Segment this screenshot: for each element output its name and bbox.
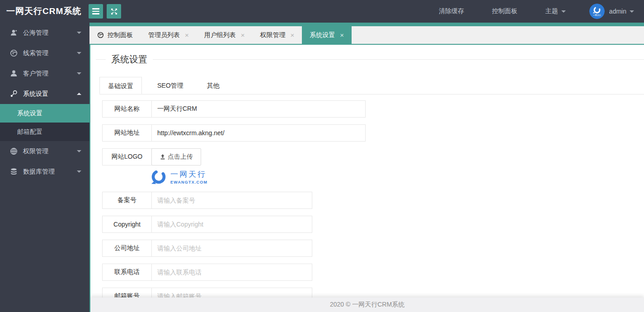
avatar-logo-text: 一网天行 — [593, 14, 602, 16]
form-row-site-name: 网站名称 — [102, 100, 644, 118]
chevron-down-icon — [630, 10, 634, 13]
main-panel: 系统设置 基础设置 SEO管理 其他 网站名称 网站地址 网站LOGO — [89, 45, 644, 312]
site-url-label: 网站地址 — [102, 124, 152, 142]
sidebar-item-database[interactable]: 数据库管理 — [0, 161, 89, 182]
chevron-down-icon — [77, 52, 81, 54]
tab-seo-management[interactable]: SEO管理 — [149, 77, 192, 94]
tab-admin-list[interactable]: 管理员列表 × — [141, 26, 197, 44]
app-window: 一网天行CRM系统 清除缓存 控制面板 主题 — [0, 0, 644, 312]
copyright-input[interactable] — [151, 216, 312, 233]
copyright-label: Copyright — [102, 216, 152, 233]
content-area: 控制面板 管理员列表 × 用户组列表 × 权限管理 × 系统设置 × 系统 — [89, 23, 644, 312]
logo-domain-text: EWANGTX.COM — [170, 180, 207, 184]
fullscreen-icon — [110, 8, 118, 15]
sidebar-item-system-settings[interactable]: 系统设置 — [0, 84, 89, 104]
divider — [96, 59, 106, 60]
divider — [153, 59, 644, 60]
sidebar-item-label: 数据库管理 — [23, 168, 74, 176]
close-icon[interactable]: × — [291, 32, 295, 38]
page-title-block: 系统设置 — [96, 53, 644, 66]
upload-button-label: 点击上传 — [168, 153, 193, 161]
theme-dropdown-label: 主题 — [545, 7, 558, 15]
globe-icon — [97, 32, 104, 38]
person-icon — [10, 70, 18, 77]
chevron-up-icon — [77, 93, 81, 95]
app-title: 一网天行CRM系统 — [0, 5, 81, 17]
chevron-down-icon — [561, 10, 566, 13]
tab-label: 权限管理 — [260, 31, 286, 39]
upload-button[interactable]: 点击上传 — [151, 148, 201, 165]
address-label: 公司地址 — [102, 240, 152, 257]
site-name-label: 网站名称 — [102, 100, 152, 118]
site-logo-image: 一网天行 EWANGTX.COM — [150, 168, 644, 185]
icp-input[interactable] — [151, 192, 312, 209]
avatar: 一网天行 — [589, 4, 605, 19]
form-row-copyright: Copyright — [102, 216, 644, 233]
database-icon — [10, 168, 18, 175]
theme-dropdown[interactable]: 主题 — [545, 7, 566, 15]
open-tabs-bar: 控制面板 管理员列表 × 用户组列表 × 权限管理 × 系统设置 × — [89, 26, 644, 45]
sidebar-item-customers[interactable]: 客户管理 — [0, 63, 89, 84]
tab-other[interactable]: 其他 — [199, 77, 228, 94]
chevron-down-icon — [77, 72, 81, 75]
close-icon[interactable]: × — [340, 32, 344, 38]
sidebar-subitem-label: 系统设置 — [17, 109, 42, 118]
settings-tab-group: 基础设置 SEO管理 其他 — [99, 77, 644, 95]
tab-control-panel[interactable]: 控制面板 — [89, 26, 141, 44]
sidebar-subitem-system-settings[interactable]: 系统设置 — [0, 104, 89, 123]
icp-label: 备案号 — [102, 192, 152, 209]
accent-strip — [89, 23, 644, 26]
sidebar-item-label: 线索管理 — [23, 49, 74, 57]
logo-bird-icon — [150, 168, 167, 185]
sidebar-item-permissions[interactable]: 权限管理 — [0, 141, 89, 161]
share-nodes-icon — [10, 90, 18, 98]
tab-basic-settings[interactable]: 基础设置 — [99, 77, 142, 94]
logo-name-text: 一网天行 — [170, 169, 207, 180]
username-label: admin — [609, 8, 626, 15]
logo-text-block: 一网天行 EWANGTX.COM — [170, 169, 207, 184]
tab-label: 管理员列表 — [148, 31, 180, 39]
sidebar-item-leads[interactable]: 线索管理 — [0, 43, 89, 63]
site-name-input[interactable] — [151, 100, 366, 118]
sidebar-subitem-label: 邮箱配置 — [17, 128, 42, 136]
form-row-site-logo: 网站LOGO 点击上传 — [102, 148, 644, 165]
tab-label: 用户组列表 — [204, 31, 236, 39]
close-icon[interactable]: × — [241, 32, 245, 38]
hamburger-icon — [92, 8, 99, 14]
tab-user-group-list[interactable]: 用户组列表 × — [197, 26, 253, 44]
sidebar: 公海管理 线索管理 客户管理 — [0, 23, 89, 312]
fullscreen-button[interactable] — [107, 4, 121, 19]
control-panel-link[interactable]: 控制面板 — [492, 7, 517, 15]
sidebar-item-label: 公海管理 — [23, 29, 74, 37]
footer-text: 2020 © 一网天行CRM系统 — [330, 301, 404, 309]
page-title: 系统设置 — [106, 53, 153, 66]
phone-label: 联系电话 — [102, 264, 152, 281]
site-logo-label: 网站LOGO — [102, 148, 152, 165]
globe-icon — [10, 49, 18, 57]
user-menu[interactable]: 一网天行 admin — [589, 4, 634, 19]
chevron-down-icon — [77, 32, 81, 34]
tab-label: 系统设置 — [310, 31, 335, 39]
chevron-down-icon — [77, 170, 81, 173]
globe-grid-icon — [10, 147, 18, 155]
tab-permissions[interactable]: 权限管理 × — [253, 26, 302, 44]
form-row-site-url: 网站地址 — [102, 124, 644, 142]
upload-icon — [160, 154, 166, 160]
app-header: 一网天行CRM系统 清除缓存 控制面板 主题 — [0, 0, 644, 23]
phone-input[interactable] — [151, 264, 312, 281]
tab-system-settings[interactable]: 系统设置 × — [302, 26, 352, 44]
site-url-input[interactable] — [151, 124, 366, 142]
user-icon — [10, 29, 18, 37]
sidebar-item-label: 权限管理 — [23, 147, 74, 156]
close-icon[interactable]: × — [185, 32, 189, 38]
sidebar-item-public-pool[interactable]: 公海管理 — [0, 23, 89, 43]
clear-cache-link[interactable]: 清除缓存 — [439, 7, 464, 15]
footer: 2020 © 一网天行CRM系统 — [90, 298, 644, 312]
header-actions: 清除缓存 控制面板 主题 一网天行 admin — [411, 4, 644, 19]
sidebar-subitem-email-config[interactable]: 邮箱配置 — [0, 123, 89, 141]
form-row-icp: 备案号 — [102, 192, 644, 209]
form-row-address: 公司地址 — [102, 240, 644, 257]
settings-form: 网站名称 网站地址 网站LOGO 点击上传 — [102, 100, 644, 305]
menu-toggle-button[interactable] — [89, 4, 103, 19]
address-input[interactable] — [151, 240, 312, 257]
